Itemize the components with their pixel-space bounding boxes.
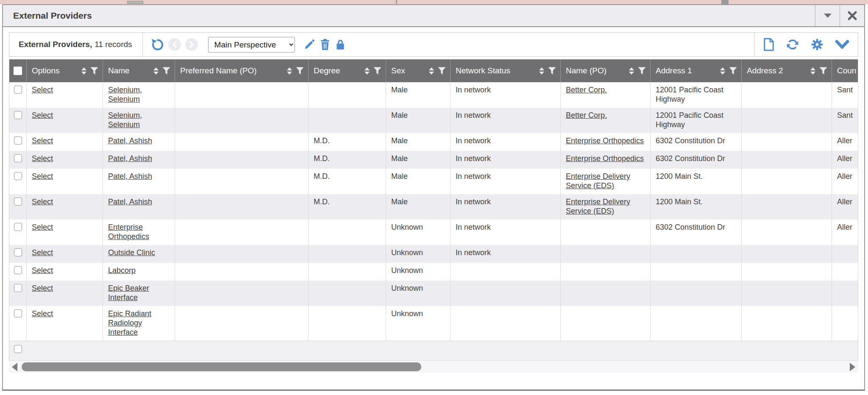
select-link[interactable]: Select [32, 223, 53, 231]
edit-perspective-button[interactable] [303, 39, 315, 50]
cell-county: Sant [832, 108, 858, 133]
window-collapse-button[interactable] [815, 5, 840, 26]
perspective-select[interactable]: Main Perspective [208, 37, 295, 53]
row-checkbox[interactable] [14, 136, 22, 145]
column-header-label: Address 1 [656, 66, 718, 75]
select-all-checkbox[interactable] [14, 67, 22, 75]
sort-icon[interactable] [629, 67, 634, 75]
scrollbar-thumb[interactable] [22, 362, 421, 371]
select-link[interactable]: Select [32, 266, 53, 275]
filter-icon[interactable] [548, 67, 556, 75]
select-link[interactable]: Select [32, 111, 53, 120]
row-checkbox[interactable] [14, 284, 22, 292]
table-row: Select Epic Beaker Interface Unknown [9, 281, 858, 306]
name-link[interactable]: Enterprise Orthopedics [108, 223, 149, 241]
cell-preferred_name [175, 133, 308, 151]
filter-icon[interactable] [90, 67, 98, 75]
cell-sex: Male [386, 133, 450, 151]
cell-options: Select [26, 169, 103, 194]
column-header-preferred_name[interactable]: Preferred Name (PO) [175, 59, 308, 82]
sort-icon[interactable] [810, 67, 815, 75]
filter-icon[interactable] [638, 67, 646, 75]
grid-footer-row [9, 341, 858, 360]
delete-perspective-button[interactable] [320, 39, 331, 50]
name-link[interactable]: Outside Clinic [108, 248, 155, 257]
sort-icon[interactable] [539, 67, 544, 75]
name-link[interactable]: Labcorp [108, 266, 136, 275]
column-header-county[interactable]: Coun [832, 59, 858, 82]
name-link[interactable]: Patel, Ashish [108, 136, 152, 145]
name-link[interactable]: Patel, Ashish [108, 154, 152, 163]
scroll-right-arrow-icon[interactable] [850, 363, 855, 371]
external-providers-window: External Providers External Providers, 1… [2, 4, 865, 391]
select-link[interactable]: Select [32, 172, 53, 181]
select-link[interactable]: Select [32, 284, 53, 292]
footer-checkbox[interactable] [14, 345, 22, 353]
cell-network_status: In network [450, 151, 560, 169]
next-button[interactable] [185, 38, 198, 51]
sort-icon[interactable] [81, 67, 86, 75]
row-checkbox[interactable] [14, 154, 22, 162]
column-header-name_po[interactable]: Name (PO) [560, 59, 650, 82]
select-link[interactable]: Select [32, 86, 53, 94]
window-close-button[interactable] [840, 5, 864, 26]
row-checkbox[interactable] [14, 111, 22, 119]
select-link[interactable]: Select [32, 154, 53, 163]
sort-icon[interactable] [720, 67, 725, 75]
previous-button[interactable] [168, 38, 181, 51]
name_po-link[interactable]: Enterprise Orthopedics [566, 154, 644, 163]
filter-icon[interactable] [819, 67, 827, 75]
lock-perspective-button[interactable] [335, 39, 346, 50]
scroll-left-arrow-icon[interactable] [12, 363, 17, 371]
column-header-options[interactable]: Options [26, 59, 103, 82]
row-checkbox[interactable] [14, 223, 22, 231]
select-link[interactable]: Select [32, 136, 53, 145]
filter-icon[interactable] [729, 67, 737, 75]
row-checkbox[interactable] [14, 309, 22, 317]
filter-icon[interactable] [162, 67, 170, 75]
cell-address1 [650, 263, 741, 281]
sort-icon[interactable] [364, 67, 370, 75]
cell-degree: M.D. [308, 151, 386, 169]
name_po-link[interactable]: Enterprise Orthopedics [566, 136, 644, 145]
name-link[interactable]: Patel, Ashish [108, 198, 152, 206]
name_po-link[interactable]: Enterprise Delivery Service (EDS) [566, 172, 630, 190]
filter-icon[interactable] [438, 67, 446, 75]
sort-icon[interactable] [153, 67, 159, 75]
cell-degree [308, 263, 386, 281]
column-header-address2[interactable]: Address 2 [741, 59, 832, 82]
scrollbar-track[interactable] [17, 361, 850, 373]
name-link[interactable]: Selenium, Selenium [108, 111, 142, 129]
undo-button[interactable] [150, 38, 164, 51]
select-link[interactable]: Select [32, 198, 53, 206]
row-checkbox[interactable] [14, 86, 22, 94]
select-link[interactable]: Select [32, 309, 53, 318]
refresh-button[interactable] [786, 38, 799, 51]
row-checkbox[interactable] [14, 172, 22, 180]
more-options-button[interactable] [835, 39, 849, 50]
column-header-sex[interactable]: Sex [386, 59, 450, 82]
sort-icon[interactable] [429, 67, 434, 75]
name_po-link[interactable]: Better Corp. [566, 86, 607, 94]
column-header-name[interactable]: Name [103, 59, 175, 82]
row-checkbox[interactable] [14, 198, 22, 206]
name-link[interactable]: Selenium, Selenium [108, 86, 142, 103]
filter-icon[interactable] [296, 67, 304, 75]
name_po-link[interactable]: Enterprise Delivery Service (EDS) [566, 198, 630, 215]
settings-button[interactable] [810, 38, 824, 51]
column-header-network_status[interactable]: Network Status [450, 59, 560, 82]
filter-icon[interactable] [373, 67, 381, 75]
name-link[interactable]: Patel, Ashish [108, 172, 152, 181]
name_po-link[interactable]: Better Corp. [566, 111, 607, 120]
column-header-degree[interactable]: Degree [308, 59, 386, 82]
row-checkbox[interactable] [14, 266, 22, 274]
sort-icon[interactable] [287, 67, 292, 75]
table-row: Select Epic Radiant Radiology Interface … [9, 306, 858, 341]
row-checkbox[interactable] [14, 248, 22, 256]
select-link[interactable]: Select [32, 248, 53, 257]
column-header-address1[interactable]: Address 1 [650, 59, 741, 82]
cell-address2 [741, 108, 832, 133]
name-link[interactable]: Epic Radiant Radiology Interface [108, 309, 151, 337]
new-record-button[interactable] [763, 38, 775, 51]
name-link[interactable]: Epic Beaker Interface [108, 284, 149, 302]
